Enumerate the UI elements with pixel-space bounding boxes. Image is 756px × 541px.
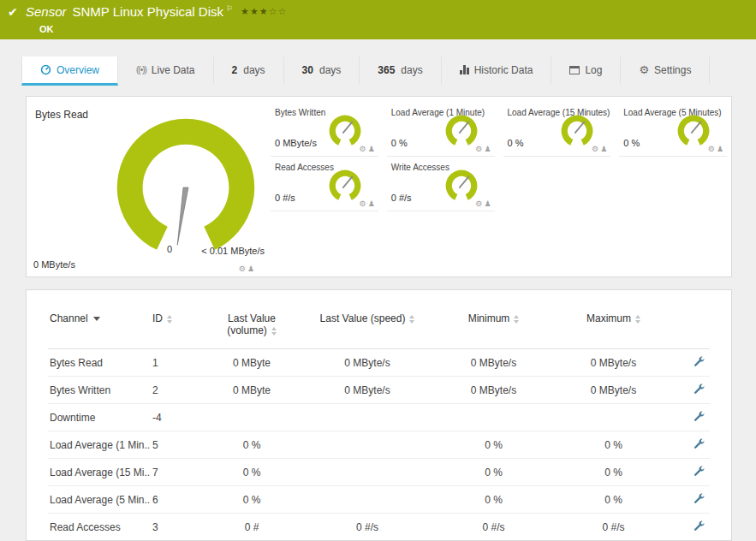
col-header-last-value-speed[interactable]: Last Value (speed) [303,307,432,349]
gear-icon: ⚙ [639,64,649,75]
edit-channel-wrench-icon[interactable] [693,356,705,367]
tab-log[interactable]: Log [551,56,621,86]
sort-desc-icon [93,317,100,321]
gear-icon[interactable]: ⚙ [360,199,368,208]
col-header-minimum[interactable]: Minimum [432,307,556,349]
log-window-icon [569,66,580,74]
gauge-current-value: 0 MByte/s [33,259,75,270]
minimum-value: 0 % [432,431,556,459]
status-ok-check-icon: ✔ [8,5,18,19]
gear-icon[interactable]: ⚙ [708,145,717,153]
col-header-channel[interactable]: Channel [48,307,151,349]
channel-id: 5 [151,431,200,459]
small-gauge [442,114,481,148]
table-row[interactable]: Bytes Written 2 0 MByte 0 MByte/s 0 MByt… [48,377,710,404]
edit-channel-wrench-icon[interactable] [693,383,705,395]
gauge-read-accesses: Read Accesses 0 #/s ⚙♟ [271,157,378,211]
gauge-actions: ⚙♟ [592,145,609,153]
channel-name: Bytes Read [48,349,151,377]
table-row[interactable]: Load Average (15 Mi... 7 0 % 0 % 0 % [48,459,710,486]
pin-icon[interactable]: ♟ [484,145,492,153]
pin-icon[interactable]: ♟ [247,265,256,273]
tab-live-data[interactable]: ((•)) Live Data [118,56,214,86]
pin-icon[interactable]: ♟ [368,199,377,208]
gauge-load-average-5-minutes: Load Average (5 Minutes) 0 % ⚙♟ [619,102,727,157]
bar-chart-icon [460,65,469,74]
table-row[interactable]: Bytes Read 1 0 MByte 0 MByte/s 0 MByte/s… [48,349,710,377]
gauge-actions: ⚙♟ [475,199,492,208]
small-gauge [557,114,597,148]
gear-icon[interactable]: ⚙ [360,145,368,153]
gauge-write-accesses: Write Accesses 0 #/s ⚙♟ [387,157,495,211]
gauge-value: 0 % [508,138,524,148]
maximum-value: 0 MByte/s [556,377,671,404]
gauge-value: 0 % [623,138,640,148]
sort-icon [409,315,414,324]
tab-2-days[interactable]: 2 days [214,56,284,86]
gauges-panel: Bytes Read 0 MByte/s 0 < 0.01 MByte/s ⚙♟… [26,96,732,277]
sensor-header: ✔ SensorSNMP Linux Physical Disk⚐★★★☆☆ O… [0,0,756,39]
tab-overview[interactable]: Overview [21,56,118,86]
channel-name: Load Average (1 Min... [48,431,151,459]
page-title: SNMP Linux Physical Disk [73,4,223,19]
col-header-last-value-volume[interactable]: Last Value (volume) [200,307,303,349]
priority-stars[interactable]: ★★★☆☆ [241,6,287,16]
tab-historic-data[interactable]: Historic Data [442,56,552,86]
gauge-label: Bytes Read [35,109,88,121]
edit-channel-wrench-icon[interactable] [693,520,705,532]
last-value-speed [303,404,432,431]
last-value-volume: 0 MByte [200,349,303,377]
edit-channel-wrench-icon[interactable] [693,466,705,477]
tab-30-days[interactable]: 30 days [284,56,360,86]
maximum-value: 0 #/s [556,514,671,541]
col-header-label: Last Value (speed) [320,312,406,324]
edit-channel-wrench-icon[interactable] [693,438,705,449]
minimum-value: 0 MByte/s [432,349,556,377]
table-row[interactable]: Downtime -4 [48,404,710,431]
gauge-scale-max: < 0.01 MByte/s [201,246,265,256]
channel-id: -4 [151,404,200,431]
last-value-speed [303,459,432,486]
last-value-volume: 0 % [200,431,303,459]
empty-cell [619,157,727,211]
tab-settings[interactable]: ⚙ Settings [621,56,710,86]
tab-365-days[interactable]: 365 days [360,56,441,86]
table-row[interactable]: Load Average (5 Min... 6 0 % 0 % 0 % [48,486,710,514]
col-header-label: Maximum [586,312,631,324]
table-row[interactable]: Load Average (1 Min... 5 0 % 0 % 0 % [48,431,710,459]
col-header-id[interactable]: ID [151,307,200,349]
tab-label: Settings [654,64,691,76]
channel-name: Bytes Written [48,377,151,404]
last-value-speed: 0 MByte/s [303,377,432,404]
sort-icon [271,327,277,336]
gauge-load-average-15-minutes: Load Average (15 Minutes) 0 % ⚙♟ [503,102,611,157]
gauge-actions: ⚙♟ [475,145,492,153]
maximum-value [556,404,671,431]
col-header-maximum[interactable]: Maximum [556,307,671,349]
gauge-bytes-read: Bytes Read 0 MByte/s 0 < 0.01 MByte/s ⚙♟ [27,97,266,276]
maximum-value: 0 % [556,431,671,459]
pin-icon[interactable]: ♟ [368,145,377,153]
small-gauge [674,114,713,148]
col-header-actions [671,307,710,349]
flag-icon[interactable]: ⚐ [226,4,233,13]
last-value-volume: 0 % [200,459,303,486]
gear-icon[interactable]: ⚙ [239,265,247,273]
gear-icon[interactable]: ⚙ [592,145,600,153]
edit-channel-wrench-icon[interactable] [693,411,705,422]
tab-bar: Overview ((•)) Live Data 2 days 30 days … [21,56,756,86]
small-gauge [325,169,365,203]
tab-label: Historic Data [474,64,533,76]
gear-icon[interactable]: ⚙ [475,145,484,153]
table-row[interactable]: Read Accesses 3 0 # 0 #/s 0 #/s 0 #/s [48,514,710,541]
pin-icon[interactable]: ♟ [484,199,492,208]
gear-icon[interactable]: ⚙ [475,199,484,208]
pin-icon[interactable]: ♟ [717,145,725,153]
pin-icon[interactable]: ♟ [600,145,609,153]
channel-name: Load Average (5 Min... [48,486,151,514]
edit-channel-wrench-icon[interactable] [693,493,705,504]
col-header-label: ID [152,312,163,324]
small-gauge [442,169,481,203]
gauge-actions: ⚙♟ [360,199,377,208]
channel-name: Load Average (15 Mi... [48,459,151,486]
